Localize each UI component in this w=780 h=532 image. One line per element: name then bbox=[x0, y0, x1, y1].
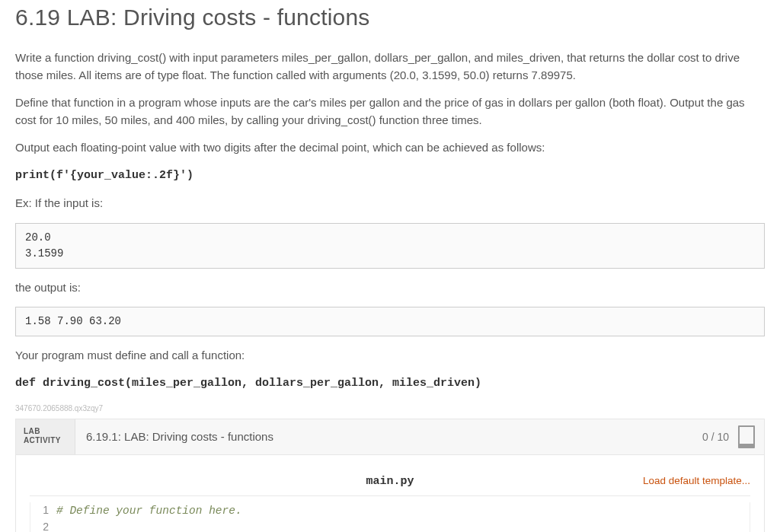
lab-badge-line2: ACTIVITY bbox=[24, 436, 67, 445]
file-tab-bar: main.py Load default template... bbox=[30, 472, 750, 496]
file-tab[interactable]: main.py bbox=[366, 473, 414, 491]
code-editor[interactable]: 1 # Define your function here. 2 3 if __… bbox=[30, 502, 750, 533]
lab-badge: LAB ACTIVITY bbox=[16, 419, 75, 454]
lab-header: LAB ACTIVITY 6.19.1: LAB: Driving costs … bbox=[16, 419, 764, 455]
page-title: 6.19 LAB: Driving costs - functions bbox=[15, 0, 765, 34]
print-format-example: print(f'{your_value:.2f}') bbox=[15, 167, 765, 185]
example-output-box: 1.58 7.90 63.20 bbox=[15, 307, 765, 336]
lab-checkbox-icon[interactable] bbox=[738, 425, 755, 448]
load-default-template-link[interactable]: Load default template... bbox=[643, 475, 750, 486]
prompt-paragraph-2: Define that function in a program whose … bbox=[15, 94, 765, 129]
gutter-line-number: 1 bbox=[30, 502, 56, 519]
gutter-line-number: 2 bbox=[30, 519, 56, 532]
lab-body: main.py Load default template... 1 # Def… bbox=[16, 455, 764, 532]
example-output-label: the output is: bbox=[15, 279, 765, 297]
function-signature: def driving_cost(miles_per_gallon, dolla… bbox=[15, 375, 765, 393]
question-id: 347670.2065888.qx3zqy7 bbox=[15, 403, 765, 414]
must-define-label: Your program must define and call a func… bbox=[15, 347, 765, 365]
lab-activity-card: LAB ACTIVITY 6.19.1: LAB: Driving costs … bbox=[15, 419, 765, 532]
prompt-paragraph-1: Write a function driving_cost() with inp… bbox=[15, 49, 765, 84]
lab-badge-line1: LAB bbox=[24, 427, 67, 436]
lab-title: 6.19.1: LAB: Driving costs - functions bbox=[75, 419, 702, 454]
code-comment: # Define your function here. bbox=[56, 505, 242, 517]
example-input-box: 20.0 3.1599 bbox=[15, 223, 765, 269]
example-input-label: Ex: If the input is: bbox=[15, 195, 765, 212]
lab-score: 0 / 10 bbox=[702, 419, 737, 454]
prompt-paragraph-3: Output each floating-point value with tw… bbox=[15, 139, 765, 157]
